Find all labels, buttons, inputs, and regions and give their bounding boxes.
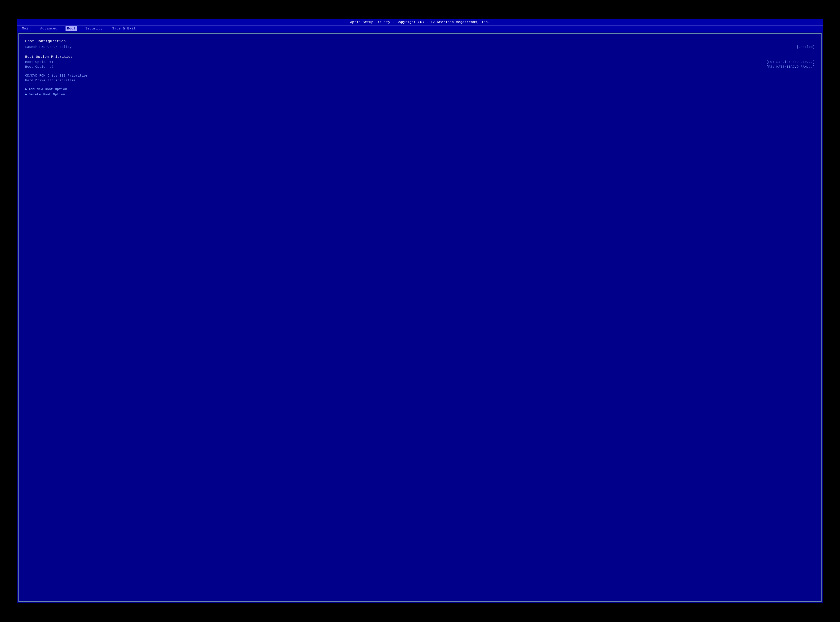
- boot-option-1-label[interactable]: Boot Option #1: [25, 60, 53, 64]
- boot-option-priorities-header: Boot Option Priorities: [25, 55, 815, 59]
- delete-boot-option-item[interactable]: ► Delete Boot Option: [25, 93, 815, 96]
- boot-option-1-row: Boot Option #1 [P0: SanDisk SSD U10...]: [25, 60, 815, 64]
- add-new-boot-option-item[interactable]: ► Add New Boot Option: [25, 88, 815, 91]
- menu-item-boot[interactable]: Boot: [66, 26, 77, 31]
- launch-pxe-value[interactable]: [Enabled]: [797, 45, 815, 49]
- menu-item-advanced[interactable]: Advanced: [39, 26, 59, 31]
- hard-drive-priorities-item[interactable]: Hard Drive BBS Priorities: [25, 79, 815, 82]
- main-content: Boot Configuration Launch PXE OpROM poli…: [18, 33, 822, 602]
- delete-boot-arrow-icon: ►: [25, 93, 27, 96]
- boot-config-header: Boot Configuration: [25, 39, 815, 43]
- menu-item-main[interactable]: Main: [20, 26, 32, 31]
- spacer-1: [25, 50, 815, 54]
- title-bar: Aptio Setup Utility - Copyright (C) 2012…: [17, 19, 823, 26]
- spacer-2: [25, 70, 815, 74]
- title-text: Aptio Setup Utility - Copyright (C) 2012…: [350, 20, 490, 24]
- menu-bar: Main Advanced Boot Security Save & Exit: [17, 26, 823, 32]
- boot-option-2-label[interactable]: Boot Option #2: [25, 65, 53, 69]
- add-new-boot-arrow-icon: ►: [25, 88, 27, 91]
- launch-pxe-label: Launch PXE OpROM policy: [25, 45, 72, 49]
- cd-dvd-priorities-item[interactable]: CD/DVD ROM Drive BBS Priorities: [25, 74, 815, 78]
- add-new-boot-option-label: Add New Boot Option: [29, 88, 67, 91]
- screen-wrapper: Aptio Setup Utility - Copyright (C) 2012…: [0, 0, 840, 622]
- menu-item-security[interactable]: Security: [84, 26, 104, 31]
- delete-boot-option-label: Delete Boot Option: [29, 93, 65, 96]
- launch-pxe-row: Launch PXE OpROM policy [Enabled]: [25, 45, 815, 49]
- bios-container: Aptio Setup Utility - Copyright (C) 2012…: [17, 18, 823, 604]
- boot-option-1-value[interactable]: [P0: SanDisk SSD U10...]: [766, 60, 815, 64]
- boot-option-2-row: Boot Option #2 [P2: MATSHITADVD-RAM...]: [25, 65, 815, 69]
- spacer-3: [25, 84, 815, 88]
- boot-option-2-value[interactable]: [P2: MATSHITADVD-RAM...]: [766, 65, 815, 69]
- menu-item-save-exit[interactable]: Save & Exit: [111, 26, 137, 31]
